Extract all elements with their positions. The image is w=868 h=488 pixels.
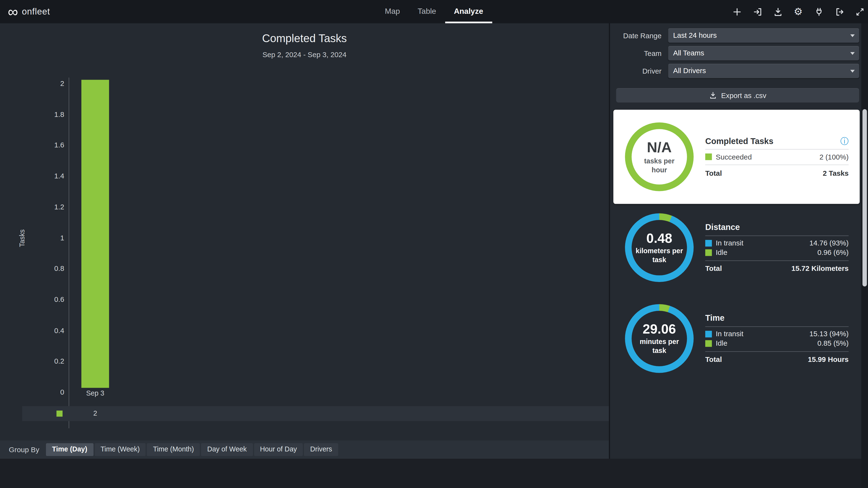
group-by-label: Group By	[9, 446, 39, 454]
stat-label: Idle	[716, 248, 727, 256]
stat-row: In transit 15.13 (94%)	[705, 329, 849, 338]
donut-center: 0.48 kilometers per task	[632, 220, 687, 276]
metric-value: N/A	[647, 139, 672, 156]
y-tick-label: 0.8	[30, 264, 64, 273]
stat-row: Idle 0.96 (6%)	[705, 248, 849, 257]
card-title: Distance	[705, 222, 740, 232]
view-tabs: Map Table Analyze	[376, 0, 492, 23]
total-label: Total	[705, 264, 722, 272]
export-csv-label: Export as .csv	[721, 91, 767, 99]
stat-label: In transit	[716, 239, 743, 247]
stat-value: 2 (100%)	[819, 153, 849, 161]
chart-title: Completed Tasks	[0, 32, 609, 45]
onfleet-analytics-app: Completed Tasks Sep 2, 2024 - Sep 3, 202…	[0, 0, 868, 488]
driver-row: Driver All Drivers	[616, 64, 859, 78]
metric-cards: N/A tasks per hour Completed Tasks ⓘ Suc…	[613, 110, 860, 377]
vertical-scrollbar[interactable]	[862, 23, 868, 488]
groupby-option-time-day[interactable]: Time (Day)	[46, 443, 93, 456]
stat-row: Idle 0.85 (5%)	[705, 339, 849, 348]
card-details: Completed Tasks ⓘ Succeeded 2 (100%) Tot…	[705, 136, 849, 178]
total-row: Total 2 Tasks	[705, 168, 849, 178]
total-row: Total 15.72 Kilometers	[705, 263, 849, 273]
groupby-option-day-of-week[interactable]: Day of Week	[201, 443, 253, 456]
groupby-option-time-week[interactable]: Time (Week)	[95, 443, 146, 456]
import-icon[interactable]	[752, 6, 762, 17]
stat-row: In transit 14.76 (93%)	[705, 238, 849, 248]
info-icon[interactable]: ⓘ	[840, 137, 849, 145]
date-range-value: Last 24 hours	[668, 28, 859, 43]
completed-tasks-donut: N/A tasks per hour	[625, 122, 694, 191]
driver-select[interactable]: All Drivers	[668, 64, 859, 78]
scrollbar-thumb[interactable]	[862, 109, 867, 286]
stat-label: Succeeded	[716, 153, 752, 161]
sign-out-icon[interactable]	[834, 6, 844, 17]
y-tick-label: 2	[30, 79, 64, 88]
metric-value: 29.06	[643, 321, 676, 337]
export-csv-button[interactable]: Export as .csv	[616, 88, 859, 103]
stat-value: 0.96 (6%)	[817, 248, 849, 256]
tab-analyze[interactable]: Analyze	[445, 0, 492, 23]
total-label: Total	[705, 355, 722, 363]
chevron-down-icon	[850, 34, 855, 37]
idle-swatch	[705, 249, 712, 256]
group-by-bar: Group By Time (Day) Time (Week) Time (Mo…	[0, 440, 609, 459]
groupby-option-hour-of-day[interactable]: Hour of Day	[254, 443, 303, 456]
stat-value: 14.76 (93%)	[809, 239, 849, 247]
in-transit-swatch	[705, 331, 712, 337]
tab-map[interactable]: Map	[376, 0, 409, 23]
tab-table[interactable]: Table	[409, 0, 445, 23]
onfleet-logo: ∞ onfleet	[8, 0, 50, 23]
time-donut: 29.06 minutes per task	[625, 304, 694, 373]
groupby-option-time-month[interactable]: Time (Month)	[147, 443, 200, 456]
metric-unit: kilometers per task	[636, 248, 683, 265]
divider	[705, 326, 849, 326]
date-range-select[interactable]: Last 24 hours	[668, 28, 859, 43]
infinity-logo-icon: ∞	[8, 0, 18, 23]
y-axis-line	[69, 78, 69, 428]
integrations-plug-icon[interactable]	[814, 6, 824, 17]
legend-value: 2	[89, 409, 102, 417]
plus-icon[interactable]	[732, 6, 742, 17]
donut-center: 29.06 minutes per task	[632, 311, 687, 366]
distance-donut: 0.48 kilometers per task	[625, 213, 694, 282]
divider	[705, 149, 849, 150]
legend-swatch	[56, 410, 62, 417]
idle-swatch	[705, 340, 712, 346]
stat-value: 0.85 (5%)	[817, 339, 849, 347]
team-row: Team All Teams	[616, 46, 859, 60]
stat-row: Succeeded 2 (100%)	[705, 152, 849, 161]
group-by-buttons: Time (Day) Time (Week) Time (Month) Day …	[46, 443, 338, 456]
date-range-label: Date Range	[616, 31, 662, 39]
driver-value: All Drivers	[668, 64, 859, 78]
y-tick-label: 0.4	[30, 326, 64, 335]
y-tick-label: 1	[30, 234, 64, 243]
y-tick-label: 1.4	[30, 172, 64, 181]
chevron-down-icon	[850, 52, 855, 55]
y-tick-label: 0.6	[30, 295, 64, 304]
driver-label: Driver	[616, 67, 662, 75]
chart-subtitle: Sep 2, 2024 - Sep 3, 2024	[0, 50, 609, 59]
stat-label: Idle	[716, 339, 727, 347]
nav-icon-buttons: ⚙	[732, 0, 865, 23]
succeeded-swatch	[705, 153, 712, 160]
team-select[interactable]: All Teams	[668, 46, 859, 60]
groupby-option-drivers[interactable]: Drivers	[304, 443, 338, 456]
divider	[705, 235, 849, 236]
total-label: Total	[705, 169, 722, 177]
time-card: 29.06 minutes per task Time In transit 1…	[613, 300, 860, 377]
chart-panel: Completed Tasks Sep 2, 2024 - Sep 3, 202…	[0, 23, 609, 459]
expand-icon[interactable]	[855, 6, 865, 17]
date-range-row: Date Range Last 24 hours	[616, 28, 859, 43]
stat-label: In transit	[716, 330, 743, 338]
gear-icon[interactable]: ⚙	[793, 6, 803, 17]
download-icon[interactable]	[773, 6, 783, 17]
y-axis-label: Tasks	[19, 229, 26, 247]
y-tick-label: 1.8	[30, 110, 64, 119]
total-row: Total 15.99 Hours	[705, 354, 849, 364]
y-tick-label: 0	[30, 388, 64, 397]
donut-center: N/A tasks per hour	[632, 129, 687, 184]
metric-unit: minutes per task	[636, 338, 683, 355]
y-tick-label: 0.2	[30, 357, 64, 366]
x-tick-label: Sep 3	[67, 390, 123, 397]
y-tick-label: 1.2	[30, 203, 64, 212]
